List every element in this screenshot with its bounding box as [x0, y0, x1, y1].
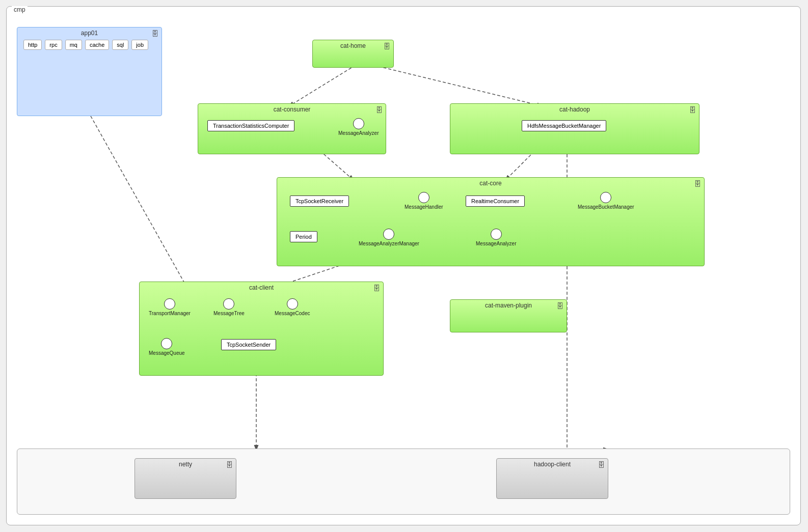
- cat-maven-plugin-box: cat-maven-plugin 🗄: [450, 299, 567, 332]
- MessageAnalyzerManager-label: MessageAnalyzerManager: [359, 241, 419, 246]
- cat-consumer-box: cat-consumer 🗄 TransactionStatisticsComp…: [198, 103, 386, 154]
- svg-line-0: [289, 65, 356, 106]
- cat-client-icon: 🗄: [373, 284, 380, 292]
- svg-line-1: [373, 65, 542, 106]
- MessageHandler-circle: [418, 192, 429, 203]
- TcpSocketSender: TcpSocketSender: [221, 339, 276, 350]
- netty-title: netty: [135, 459, 236, 471]
- Period: Period: [290, 231, 317, 242]
- cat-home-title: cat-home: [313, 40, 393, 52]
- RealtimeConsumer: RealtimeConsumer: [466, 195, 525, 207]
- TransportManager-circle: [164, 298, 175, 310]
- MessageAnalyzer-label-consumer: MessageAnalyzer: [338, 130, 379, 136]
- MessageAnalyzer-circle-core: [491, 229, 502, 240]
- app01-item-mq: mq: [65, 40, 82, 50]
- MessageQueue-label: MessageQueue: [149, 350, 185, 356]
- cat-core-icon: 🗄: [694, 180, 701, 188]
- MessageBucketManager-label: MessageBucketManager: [578, 204, 634, 210]
- cat-maven-plugin-icon: 🗄: [556, 302, 563, 310]
- hadoop-client-icon: 🗄: [598, 461, 605, 469]
- cat-hadoop-icon: 🗄: [689, 106, 696, 114]
- MessageBucketManager-circle: [600, 192, 611, 203]
- MessageAnalyzerManager-circle: [383, 229, 394, 240]
- app01-box: app01 🗄 http rpc mq cache sql job: [17, 27, 162, 116]
- app01-title: app01: [17, 27, 161, 40]
- cat-client-box: cat-client 🗄 TransportManager MessageTre…: [139, 282, 384, 376]
- cat-consumer-title: cat-consumer: [198, 104, 386, 116]
- hadoop-client-box: hadoop-client 🗄: [496, 458, 608, 499]
- TransportManager-label: TransportManager: [149, 311, 191, 316]
- netty-icon: 🗄: [226, 461, 233, 469]
- app01-item-rpc: rpc: [45, 40, 62, 50]
- app01-icon: 🗄: [151, 30, 158, 38]
- app01-item-cache: cache: [85, 40, 109, 50]
- MessageTree-circle: [223, 298, 234, 310]
- cat-core-box: cat-core 🗄 TcpSocketReceiver MessageHand…: [277, 177, 705, 266]
- cat-client-title: cat-client: [140, 282, 383, 294]
- svg-line-5: [91, 116, 195, 302]
- MessageAnalyzer-label-core: MessageAnalyzer: [476, 241, 516, 246]
- app01-item-http: http: [23, 40, 42, 50]
- MessageCodec-circle: [287, 298, 298, 310]
- app01-item-sql: sql: [112, 40, 128, 50]
- cat-maven-plugin-title: cat-maven-plugin: [450, 300, 567, 312]
- hadoop-client-title: hadoop-client: [497, 459, 608, 471]
- cat-home-box: cat-home 🗄: [312, 40, 394, 68]
- HdfsMessageBucketManager: HdfsMessageBucketManager: [522, 120, 606, 131]
- outer-bottom-container: netty 🗄 hadoop-client 🗄: [17, 449, 790, 515]
- cmp-label: cmp: [12, 6, 28, 13]
- main-canvas: cmp app01 🗄 http rpc: [6, 6, 801, 525]
- cat-core-title: cat-core: [277, 178, 704, 190]
- MessageQueue-circle: [161, 338, 172, 349]
- netty-box: netty 🗄: [134, 458, 236, 499]
- MessageTree-label: MessageTree: [213, 311, 245, 316]
- app01-items: http rpc mq cache sql job: [17, 40, 161, 50]
- TcpSocketReceiver: TcpSocketReceiver: [290, 195, 349, 207]
- cat-home-icon: 🗄: [383, 42, 390, 50]
- MessageHandler-label: MessageHandler: [405, 204, 443, 210]
- MessageCodec-label: MessageCodec: [275, 311, 310, 316]
- app01-item-job: job: [131, 40, 148, 50]
- cat-consumer-icon: 🗄: [375, 106, 383, 114]
- cat-hadoop-title: cat-hadoop: [450, 104, 699, 116]
- cat-hadoop-box: cat-hadoop 🗄 HdfsMessageBucketManager: [450, 103, 699, 154]
- TransactionStatisticsComputer: TransactionStatisticsComputer: [207, 120, 294, 131]
- MessageAnalyzer-circle-consumer: [353, 118, 364, 129]
